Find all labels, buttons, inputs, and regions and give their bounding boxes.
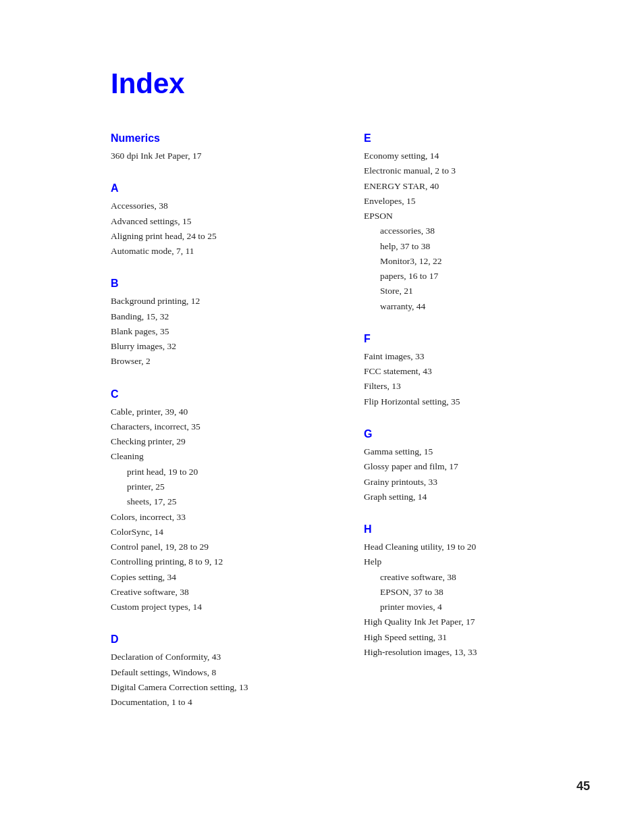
index-entry: Accessories, 38: [111, 199, 337, 213]
index-entry: Control panel, 19, 28 to 29: [111, 540, 337, 554]
index-section: DDeclaration of Conformity, 43Default se…: [111, 633, 337, 710]
page-title: Index: [111, 68, 590, 100]
section-heading: A: [111, 182, 337, 194]
index-entry: Advanced settings, 15: [111, 214, 337, 229]
index-entry: Electronic manual, 2 to 3: [364, 163, 590, 178]
index-entry: Flip Horizontal setting, 35: [364, 394, 590, 409]
index-entry: Documentation, 1 to 4: [111, 695, 337, 710]
index-entry: EPSON: [364, 209, 590, 224]
index-entry: Monitor3, 12, 22: [364, 254, 590, 269]
index-entry: ENERGY STAR, 40: [364, 179, 590, 194]
index-entry: High-resolution images, 13, 33: [364, 645, 590, 660]
index-entry: Automatic mode, 7, 11: [111, 244, 337, 259]
index-entry: Help: [364, 554, 590, 569]
index-entry: Cleaning: [111, 449, 337, 464]
index-entry: warranty, 44: [364, 299, 590, 314]
index-entry: Controlling printing, 8 to 9, 12: [111, 554, 337, 569]
index-entry: Head Cleaning utility, 19 to 20: [364, 540, 590, 554]
index-entry: papers, 16 to 17: [364, 269, 590, 284]
index-entry: Cable, printer, 39, 40: [111, 405, 337, 419]
left-column: Numerics360 dpi Ink Jet Paper, 17AAccess…: [111, 132, 337, 729]
section-heading: G: [364, 428, 590, 440]
index-entry: Grainy printouts, 33: [364, 475, 590, 490]
index-entry: Digital Camera Correction setting, 13: [111, 680, 337, 695]
index-entry: sheets, 17, 25: [111, 494, 337, 509]
index-columns: Numerics360 dpi Ink Jet Paper, 17AAccess…: [111, 132, 590, 729]
index-entry: print head, 19 to 20: [111, 465, 337, 479]
index-entry: Checking printer, 29: [111, 434, 337, 449]
index-entry: EPSON, 37 to 38: [364, 585, 590, 600]
section-heading: H: [364, 523, 590, 536]
index-section: HHead Cleaning utility, 19 to 20Helpcrea…: [364, 523, 590, 660]
index-entry: Blank pages, 35: [111, 324, 337, 339]
right-column: EEconomy setting, 14Electronic manual, 2…: [364, 132, 590, 729]
index-entry: High Quality Ink Jet Paper, 17: [364, 615, 590, 629]
index-entry: printer, 25: [111, 479, 337, 494]
index-entry: accessories, 38: [364, 224, 590, 238]
index-entry: Colors, incorrect, 33: [111, 510, 337, 525]
index-entry: Copies setting, 34: [111, 570, 337, 585]
index-entry: High Speed setting, 31: [364, 630, 590, 645]
index-entry: creative software, 38: [364, 570, 590, 585]
index-entry: Blurry images, 32: [111, 339, 337, 354]
index-section: BBackground printing, 12Banding, 15, 32B…: [111, 278, 337, 369]
index-section: GGamma setting, 15Glossy paper and film,…: [364, 428, 590, 504]
section-heading: Numerics: [111, 132, 337, 145]
index-entry: ColorSync, 14: [111, 525, 337, 540]
index-entry: Store, 21: [364, 284, 590, 298]
index-entry: Envelopes, 15: [364, 194, 590, 209]
index-entry: Creative software, 38: [111, 585, 337, 600]
index-section: Numerics360 dpi Ink Jet Paper, 17: [111, 132, 337, 163]
index-entry: Banding, 15, 32: [111, 309, 337, 324]
index-section: EEconomy setting, 14Electronic manual, 2…: [364, 132, 590, 314]
index-entry: Characters, incorrect, 35: [111, 419, 337, 434]
index-section: CCable, printer, 39, 40Characters, incor…: [111, 388, 337, 615]
index-entry: Filters, 13: [364, 379, 590, 394]
index-entry: Background printing, 12: [111, 294, 337, 309]
section-heading: F: [364, 333, 590, 345]
index-entry: Glossy paper and film, 17: [364, 459, 590, 474]
page-number: 45: [576, 779, 590, 793]
index-entry: Default settings, Windows, 8: [111, 665, 337, 680]
index-entry: Faint images, 33: [364, 349, 590, 364]
section-heading: D: [111, 633, 337, 646]
index-section: FFaint images, 33FCC statement, 43Filter…: [364, 333, 590, 409]
index-entry: Declaration of Conformity, 43: [111, 650, 337, 664]
section-heading: C: [111, 388, 337, 400]
index-entry: FCC statement, 43: [364, 364, 590, 379]
index-entry: Browser, 2: [111, 354, 337, 369]
index-entry: Graph setting, 14: [364, 490, 590, 504]
index-entry: Gamma setting, 15: [364, 444, 590, 459]
index-entry: Custom project types, 14: [111, 600, 337, 615]
page: Index Numerics360 dpi Ink Jet Paper, 17A…: [0, 0, 644, 783]
index-entry: 360 dpi Ink Jet Paper, 17: [111, 149, 337, 163]
section-heading: E: [364, 132, 590, 145]
section-heading: B: [111, 278, 337, 290]
index-entry: Aligning print head, 24 to 25: [111, 229, 337, 244]
index-entry: help, 37 to 38: [364, 239, 590, 254]
index-section: AAccessories, 38Advanced settings, 15Ali…: [111, 182, 337, 259]
index-entry: printer movies, 4: [364, 600, 590, 615]
index-entry: Economy setting, 14: [364, 149, 590, 163]
